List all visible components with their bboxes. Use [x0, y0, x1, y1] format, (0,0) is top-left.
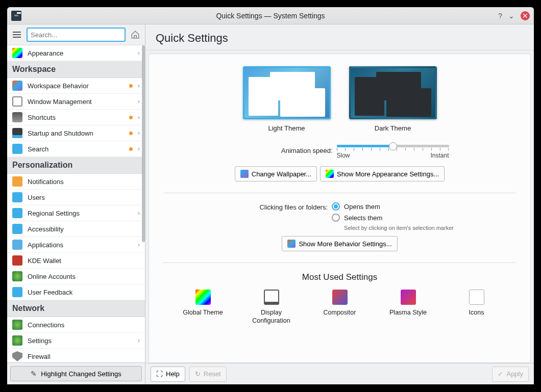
more-appearance-button[interactable]: Show More Appearance Settings... — [320, 166, 445, 181]
anim-speed-slider[interactable]: Slow Instant — [337, 142, 449, 159]
ic-notif-icon — [12, 176, 22, 187]
ic-conn-icon — [12, 320, 22, 330]
app-icon — [11, 11, 21, 21]
behavior-icon — [287, 240, 296, 248]
mostused-icons[interactable]: Icons — [454, 290, 500, 325]
chevron-right-icon: › — [138, 145, 140, 152]
search-input[interactable] — [27, 28, 126, 42]
anim-speed-label: Animation speed: — [231, 147, 333, 154]
help-titlebar-icon[interactable]: ? — [498, 12, 502, 20]
help-icon: ⛶ — [156, 370, 163, 378]
ic-online-icon — [12, 271, 22, 281]
change-wallpaper-button[interactable]: Change Wallpaper... — [235, 166, 317, 181]
sidebar-item-search[interactable]: Search› — [7, 141, 145, 157]
chevron-right-icon: › — [138, 114, 140, 121]
hamburger-icon[interactable] — [11, 29, 22, 40]
chevron-right-icon: › — [138, 241, 140, 248]
sidebar-item-startup-and-shutdown[interactable]: Startup and Shutdown› — [7, 125, 145, 141]
chevron-down-icon[interactable]: ⌄ — [508, 12, 514, 20]
radio-opens[interactable]: Opens them — [332, 202, 380, 211]
chevron-right-icon: › — [138, 82, 140, 89]
chevron-right-icon: › — [138, 49, 140, 57]
sidebar-item-window-management[interactable]: Window Management› — [7, 94, 145, 110]
wallpaper-icon — [240, 170, 249, 178]
home-icon[interactable] — [130, 29, 141, 40]
theme-option-dark[interactable]: Dark Theme — [349, 66, 437, 132]
close-icon[interactable]: ✕ — [521, 11, 530, 20]
more-behavior-button[interactable]: Show More Behavior Settings... — [282, 236, 397, 251]
theme-option-light[interactable]: Light Theme — [243, 66, 331, 132]
category-list[interactable]: Appearance›WorkspaceWorkspace Behavior›W… — [7, 45, 145, 362]
mostused-display-configuration[interactable]: Display Configuration — [249, 290, 294, 325]
radio-selects[interactable]: Selects them — [332, 214, 382, 222]
chevron-right-icon: › — [138, 98, 140, 105]
sidebar-item-appearance[interactable]: Appearance› — [7, 45, 145, 61]
settings-panel: Light Theme Dark Theme Animation speed: … — [149, 54, 531, 363]
sidebar-item-label: Firewall — [28, 353, 140, 360]
ic-appearance-icon — [12, 48, 22, 58]
help-button[interactable]: ⛶ Help — [151, 367, 185, 382]
sidebar-item-users[interactable]: Users — [7, 190, 145, 205]
sidebar-item-label: KDE Wallet — [28, 257, 140, 265]
sidebar-item-workspace-behavior[interactable]: Workspace Behavior› — [7, 78, 145, 94]
mostused-label: Compositor — [317, 309, 363, 317]
mostused-label: Icons — [454, 309, 500, 317]
sidebar-item-accessibility[interactable]: Accessibility — [7, 221, 145, 237]
ic-firewall-icon — [12, 351, 22, 361]
sidebar-item-connections[interactable]: Connections — [7, 317, 145, 333]
theme-dark-label: Dark Theme — [349, 124, 437, 132]
sidebar-item-label: Settings — [28, 337, 133, 345]
sidebar-item-label: Online Accounts — [28, 273, 140, 280]
anim-slow-label: Slow — [337, 152, 350, 159]
ic-access-icon — [12, 224, 22, 234]
changed-dot-icon — [129, 147, 133, 151]
reset-button[interactable]: ↻ Reset — [189, 367, 227, 382]
mostused-plasma-style[interactable]: Plasma Style — [385, 290, 431, 325]
check-icon: ✓ — [498, 370, 503, 378]
sidebar-item-notifications[interactable]: Notifications — [7, 174, 145, 190]
sidebar-item-label: User Feedback — [28, 289, 140, 296]
highlight-changed-button[interactable]: ✎ Highlight Changed Settings — [10, 366, 142, 381]
mostused-label: Display Configuration — [249, 309, 294, 325]
ic-shortcuts-icon — [12, 112, 22, 122]
window: Quick Settings — System Settings ? ⌄ ✕ A… — [7, 7, 534, 384]
click-hint: Select by clicking on item's selection m… — [344, 225, 454, 231]
sidebar-item-label: Accessibility — [28, 225, 140, 233]
ic-winmgmt-icon — [12, 96, 22, 107]
mostused-label: Plasma Style — [385, 309, 431, 317]
cp-icon — [332, 290, 348, 305]
apply-button[interactable]: ✓ Apply — [492, 367, 529, 382]
theme-light-label: Light Theme — [243, 124, 331, 132]
sidebar: Appearance›WorkspaceWorkspace Behavior›W… — [7, 24, 145, 384]
ic-wsbeh-icon — [12, 81, 22, 91]
page-title: Quick Settings — [145, 24, 534, 50]
ic-users-icon — [12, 192, 22, 202]
scrollbar[interactable] — [141, 45, 145, 362]
highlight-icon: ✎ — [31, 370, 37, 378]
mostused-compositor[interactable]: Compositor — [317, 290, 363, 325]
sidebar-item-online-accounts[interactable]: Online Accounts — [7, 269, 145, 284]
anim-instant-label: Instant — [430, 152, 449, 159]
click-behavior-label: Clicking files or folders: — [226, 202, 328, 211]
sidebar-item-label: Shortcuts — [28, 114, 124, 121]
sidebar-item-label: Regional Settings — [28, 210, 133, 217]
sidebar-item-label: Appearance — [28, 49, 133, 57]
ic-regional-icon — [12, 208, 22, 218]
sidebar-item-applications[interactable]: Applications› — [7, 237, 145, 253]
sidebar-item-label: Window Management — [28, 98, 133, 106]
chevron-right-icon: › — [138, 129, 140, 137]
sidebar-item-shortcuts[interactable]: Shortcuts› — [7, 110, 145, 125]
sidebar-item-regional-settings[interactable]: Regional Settings› — [7, 205, 145, 221]
sidebar-item-settings[interactable]: Settings› — [7, 333, 145, 349]
mostused-global-theme[interactable]: Global Theme — [180, 290, 226, 325]
sidebar-item-firewall[interactable]: Firewall — [7, 349, 145, 362]
sidebar-item-label: Users — [28, 194, 140, 201]
sidebar-item-kde-wallet[interactable]: KDE Wallet — [7, 253, 145, 269]
changed-dot-icon — [129, 116, 133, 119]
sidebar-item-label: Notifications — [28, 178, 140, 186]
sidebar-item-user-feedback[interactable]: User Feedback — [7, 284, 145, 300]
changed-dot-icon — [129, 84, 133, 88]
mostused-label: Global Theme — [180, 309, 226, 317]
sidebar-item-label: Workspace Behavior — [28, 82, 124, 90]
content: Quick Settings Light Theme Dark Theme An… — [145, 24, 534, 384]
